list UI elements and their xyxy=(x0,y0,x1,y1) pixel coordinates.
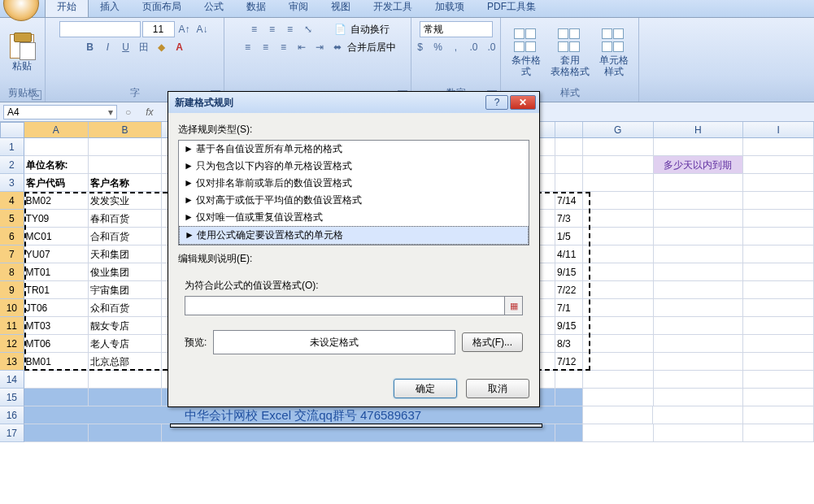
cell[interactable] xyxy=(583,353,654,371)
column-header[interactable]: B xyxy=(89,122,163,138)
cell[interactable] xyxy=(555,389,583,406)
cell[interactable] xyxy=(89,424,163,442)
align-middle-button[interactable]: ≡ xyxy=(264,21,281,37)
cell[interactable] xyxy=(583,228,654,245)
cell[interactable] xyxy=(654,245,744,263)
border-button[interactable]: 田 xyxy=(136,39,152,55)
cell[interactable]: MT03 xyxy=(24,317,89,335)
fill-color-button[interactable]: ◆ xyxy=(154,39,170,55)
font-color-button[interactable]: A xyxy=(172,39,188,55)
cell[interactable]: 7/12 xyxy=(555,353,583,371)
font-family-select[interactable] xyxy=(59,21,141,37)
cell[interactable] xyxy=(743,138,814,156)
cell[interactable] xyxy=(24,138,89,156)
cell[interactable] xyxy=(743,192,814,210)
dialog-help-button[interactable]: ? xyxy=(485,95,508,110)
column-header[interactable]: I xyxy=(743,122,814,138)
percent-button[interactable]: % xyxy=(430,39,446,55)
row-header[interactable]: 11 xyxy=(0,317,24,335)
row-header[interactable]: 12 xyxy=(0,335,24,353)
cell[interactable] xyxy=(743,228,814,245)
cell[interactable]: 7/14 xyxy=(555,192,583,210)
cell[interactable]: 合和百货 xyxy=(89,228,163,245)
ribbon-tab-6[interactable]: 视图 xyxy=(320,0,362,17)
cell[interactable]: 4/11 xyxy=(555,245,583,263)
cell-styles-button[interactable]: 单元格 样式 xyxy=(596,27,632,79)
cancel-icon[interactable]: ○ xyxy=(125,106,131,118)
italic-button[interactable]: I xyxy=(100,39,116,55)
cell[interactable]: TY09 xyxy=(24,210,89,228)
cell[interactable]: 7/3 xyxy=(555,210,583,228)
cell[interactable] xyxy=(654,317,744,335)
cell[interactable] xyxy=(583,371,654,389)
cell[interactable]: 春和百货 xyxy=(89,210,163,228)
cell[interactable] xyxy=(654,210,744,228)
cell[interactable]: 9/15 xyxy=(555,317,583,335)
cell[interactable] xyxy=(555,138,583,156)
paste-button[interactable]: 粘贴 xyxy=(7,33,37,73)
cell[interactable] xyxy=(654,263,744,281)
footer-merged-cell[interactable]: 中华会计网校 Excel 交流qq群号 476589637 xyxy=(24,406,583,424)
cell[interactable]: 客户代码 xyxy=(24,174,89,192)
cell[interactable] xyxy=(653,406,743,424)
cell[interactable]: 发发实业 xyxy=(89,192,163,210)
number-format-select[interactable]: 常规 xyxy=(420,21,493,37)
align-left-button[interactable]: ≡ xyxy=(240,39,256,55)
cell[interactable]: 8/3 xyxy=(555,335,583,353)
cell[interactable] xyxy=(583,317,654,335)
cell[interactable] xyxy=(743,174,814,192)
cell[interactable]: BM02 xyxy=(24,192,89,210)
select-all-corner[interactable] xyxy=(0,122,24,138)
cell[interactable] xyxy=(555,156,583,174)
row-header[interactable]: 8 xyxy=(0,263,24,281)
cell[interactable]: MT01 xyxy=(24,263,89,281)
cell[interactable] xyxy=(654,353,744,371)
cell[interactable] xyxy=(583,192,654,210)
cell[interactable] xyxy=(583,389,654,406)
increase-indent-button[interactable]: ⇥ xyxy=(311,39,328,55)
cell[interactable]: MC01 xyxy=(24,228,89,245)
cell[interactable] xyxy=(654,228,744,245)
column-header[interactable] xyxy=(555,122,583,138)
cell[interactable] xyxy=(743,371,814,389)
row-header[interactable]: 7 xyxy=(0,245,24,263)
cell[interactable] xyxy=(654,335,744,353)
name-box[interactable]: A4▾ xyxy=(3,105,117,119)
cell[interactable] xyxy=(743,389,814,406)
cell[interactable] xyxy=(583,138,654,156)
font-size-select[interactable]: 11 xyxy=(142,21,175,37)
cell[interactable] xyxy=(24,389,89,406)
cell[interactable] xyxy=(654,389,744,406)
cell[interactable] xyxy=(654,138,744,156)
cell[interactable] xyxy=(743,263,814,281)
ribbon-tab-3[interactable]: 公式 xyxy=(193,0,235,17)
rule-type-option[interactable]: ► 仅对排名靠前或靠后的数值设置格式 xyxy=(179,175,529,192)
align-right-button[interactable]: ≡ xyxy=(276,39,292,55)
cell[interactable]: 7/1 xyxy=(555,299,583,317)
cell[interactable]: 1/5 xyxy=(555,228,583,245)
cell[interactable]: 多少天以内到期 xyxy=(654,156,744,174)
cell[interactable] xyxy=(743,281,814,299)
cell[interactable]: 天和集团 xyxy=(89,245,163,263)
ribbon-tab-0[interactable]: 开始 xyxy=(45,0,89,17)
cell[interactable] xyxy=(654,299,744,317)
row-header[interactable]: 3 xyxy=(0,174,24,192)
cell[interactable] xyxy=(654,281,744,299)
row-header[interactable]: 15 xyxy=(0,389,24,406)
cell[interactable] xyxy=(743,424,814,442)
cell[interactable]: 宇宙集团 xyxy=(89,281,163,299)
bold-button[interactable]: B xyxy=(82,39,98,55)
cell[interactable]: 老人专店 xyxy=(89,335,163,353)
currency-button[interactable]: $ xyxy=(412,39,429,55)
row-header[interactable]: 17 xyxy=(0,424,24,442)
cell[interactable]: YU07 xyxy=(24,245,89,263)
ribbon-tab-9[interactable]: PDF工具集 xyxy=(476,0,547,17)
increase-decimal-button[interactable]: .0 xyxy=(466,39,482,55)
format-as-table-button[interactable]: 套用 表格格式 xyxy=(547,27,593,79)
cell[interactable] xyxy=(743,353,814,371)
fx-icon[interactable]: fx xyxy=(146,106,153,118)
cell[interactable] xyxy=(583,406,654,424)
column-header[interactable]: A xyxy=(24,122,89,138)
align-top-button[interactable]: ≡ xyxy=(246,21,263,37)
cell[interactable]: 9/15 xyxy=(555,263,583,281)
